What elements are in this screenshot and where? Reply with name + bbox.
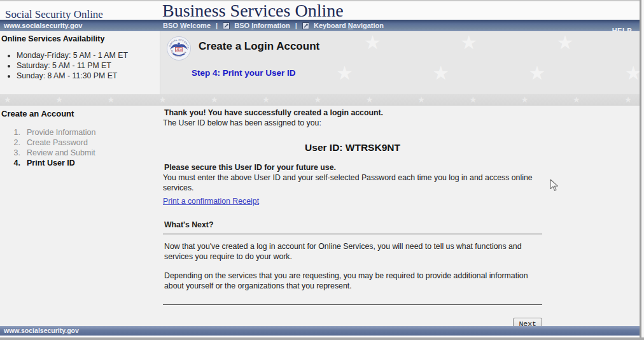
main-content: Thank you! You have successfully created… — [163, 106, 542, 330]
success-message: Thank you! You have successfully created… — [164, 108, 542, 118]
star-watermark — [336, 62, 640, 84]
step-item-provide-information: 1. Provide Information — [0, 127, 159, 138]
app-title: Business Services Online — [162, 1, 344, 21]
availability-panel: Online Services Availability Monday-Frid… — [0, 31, 160, 94]
availability-hours-list: Monday-Friday: 5 AM - 1 AM ET Saturday: … — [5, 50, 128, 81]
section-divider — [163, 304, 542, 305]
steps-panel: Create an Account 1. Provide Information… — [0, 106, 159, 168]
browser-viewport: Social Security Online Business Services… — [0, 0, 644, 340]
page-title: Create a Login Account — [199, 40, 319, 53]
next-steps-paragraph-1: Now that you've created a log in account… — [164, 242, 541, 262]
step-item-review-and-submit: 3. Review and Submit — [0, 148, 159, 158]
nav-links: BSO Welcome | BSO Information | Keyboard… — [163, 22, 384, 31]
steps-list: 1. Provide Information 2. Create Passwor… — [0, 127, 159, 168]
ssa-seal-icon: SOCIAL SECURITY ADMINISTRATION USA — [167, 36, 191, 60]
window-bottom-edge — [0, 337, 644, 340]
svg-text:USA: USA — [176, 48, 183, 52]
nav-separator: | — [216, 22, 218, 29]
next-steps-paragraph-2: Depending on the services that you are r… — [164, 271, 541, 291]
window-right-gutter — [641, 0, 644, 340]
secure-detail: You must enter the above User ID and you… — [163, 173, 542, 193]
site-url-label: www.socialsecurity.gov — [4, 22, 83, 29]
help-link[interactable]: HELP — [612, 27, 632, 31]
external-page-icon — [302, 22, 309, 31]
whats-next-title: What's Next? — [164, 220, 542, 230]
footer-bar: www.socialsecurity.gov — [0, 326, 640, 336]
user-id-value: User ID: WTRSK9NT — [163, 142, 542, 153]
page-header: SOCIAL SECURITY ADMINISTRATION USA Creat… — [160, 31, 640, 94]
footer-site-url: www.socialsecurity.gov — [4, 327, 79, 334]
nav-link-bso-welcome[interactable]: BSO Welcome — [163, 22, 211, 29]
external-page-icon — [223, 22, 230, 31]
site-name: Social Security Online — [5, 8, 103, 21]
section-divider — [163, 234, 542, 234]
steps-title: Create an Account — [1, 109, 159, 118]
nav-link-keyboard-navigation[interactable]: Keyboard Navigation — [314, 22, 384, 29]
top-nav-bar: www.socialsecurity.gov BSO Welcome | BSO… — [0, 20, 640, 31]
masthead-top-band: Social Security Online Business Services… — [0, 1, 640, 20]
mouse-cursor-icon — [550, 179, 560, 192]
step-item-print-user-id: 4. Print User ID — [0, 158, 159, 168]
availability-hours-item: Monday-Friday: 5 AM - 1 AM ET — [17, 50, 128, 60]
availability-hours-item: Sunday: 8 AM - 11:30 PM ET — [17, 71, 128, 81]
step-item-create-password: 2. Create Password — [0, 138, 159, 148]
assigned-message: The User ID below has been assigned to y… — [163, 118, 542, 128]
step-heading: Step 4: Print your User ID — [192, 68, 296, 78]
star-watermark — [364, 31, 640, 53]
nav-separator: | — [295, 22, 297, 29]
nav-link-bso-information[interactable]: BSO Information — [234, 22, 290, 29]
star-pattern-strip — [0, 94, 640, 106]
availability-hours-item: Saturday: 5 AM - 11 PM ET — [17, 60, 128, 71]
availability-title: Online Services Availability — [1, 34, 104, 43]
print-confirmation-receipt-link[interactable]: Print a confirmation Receipt — [163, 197, 259, 206]
secure-notice: Please secure this User ID for your futu… — [164, 163, 542, 173]
